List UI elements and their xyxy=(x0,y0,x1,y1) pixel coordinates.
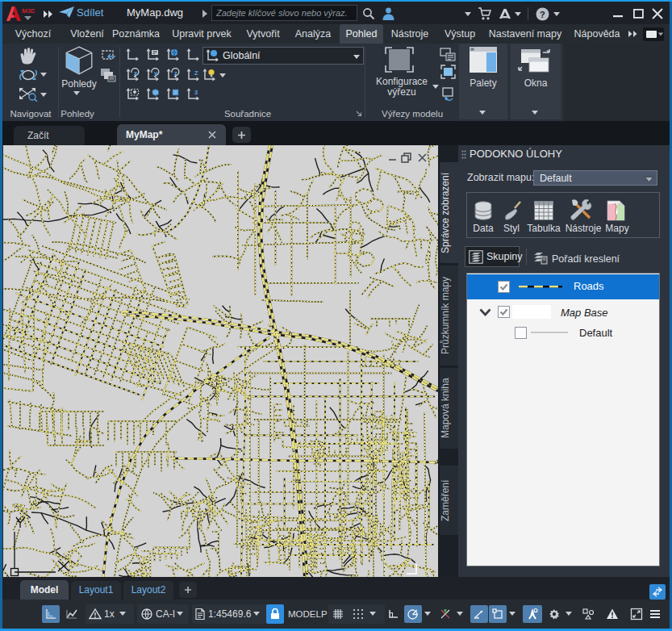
svg-text:?: ? xyxy=(540,10,545,19)
svg-text:z: z xyxy=(174,69,177,77)
svg-text:M3D: M3D xyxy=(22,7,35,15)
svg-text:Z: Z xyxy=(194,69,198,77)
svg-text:3: 3 xyxy=(194,89,198,96)
